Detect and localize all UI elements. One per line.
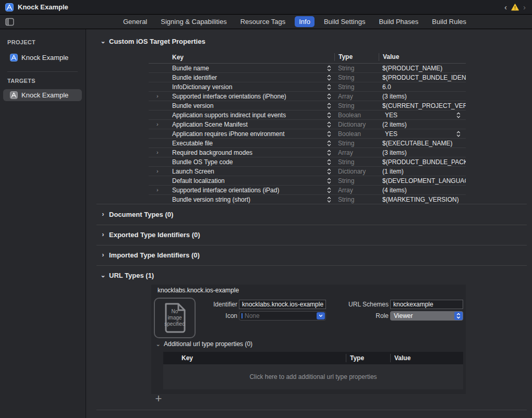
key-stepper-icon[interactable] — [327, 74, 331, 81]
property-type-label: Array — [334, 93, 379, 100]
chevron-down-icon[interactable]: ⌄ — [99, 38, 107, 45]
tab-build-rules[interactable]: Build Rules — [428, 16, 470, 27]
property-row[interactable]: ›Supported interface orientations (iPhon… — [149, 92, 466, 101]
property-value[interactable]: $(MARKETING_VERSION) — [382, 196, 459, 203]
section-exported-type-identifiers[interactable]: › Exported Type Identifiers (0) — [86, 229, 200, 240]
popup-stepper-icon — [454, 312, 463, 320]
property-value[interactable]: (3 items) — [382, 149, 407, 156]
key-stepper-icon[interactable] — [327, 65, 331, 71]
property-value[interactable]: $(PRODUCT_NAME) — [382, 65, 442, 72]
tab-info[interactable]: Info — [295, 16, 315, 27]
key-stepper-icon[interactable] — [327, 158, 331, 165]
key-stepper-icon[interactable] — [327, 102, 331, 109]
key-stepper-icon[interactable] — [327, 130, 331, 137]
key-stepper-icon[interactable] — [327, 168, 331, 175]
property-value[interactable]: (4 items) — [382, 187, 407, 194]
sidebar-item-project-knock-example[interactable]: Knock Example — [3, 52, 82, 64]
role-popup-button[interactable]: Viewer — [390, 311, 463, 321]
property-value[interactable]: YES — [385, 112, 397, 119]
property-value[interactable]: (2 items) — [382, 121, 407, 128]
key-stepper-icon[interactable] — [327, 187, 331, 193]
property-row[interactable]: ›Supported interface orientations (iPad)… — [149, 186, 466, 195]
project-item-label: Knock Example — [21, 54, 68, 62]
back-chevron-icon[interactable]: ‹ — [503, 3, 508, 11]
disclosure-chevron-icon[interactable]: › — [156, 121, 159, 127]
value-popup-stepper-icon[interactable] — [456, 130, 461, 137]
tab-general[interactable]: General — [119, 16, 151, 27]
property-row[interactable]: Bundle versionString$(CURRENT_PROJECT_VE… — [149, 101, 466, 110]
key-stepper-icon[interactable] — [327, 83, 331, 90]
value-popup-stepper-icon[interactable] — [456, 112, 461, 118]
property-key-label: Bundle version string (short) — [172, 196, 250, 203]
identifier-field[interactable]: knocklabs.knock.ios-example — [239, 300, 326, 309]
property-value[interactable]: $(EXECUTABLE_NAME) — [382, 140, 452, 147]
tab-resource-tags[interactable]: Resource Tags — [236, 16, 289, 27]
key-stepper-icon[interactable] — [327, 112, 331, 118]
property-type-label: Dictionary — [334, 121, 379, 128]
property-key-label: Executable file — [172, 140, 213, 147]
section-url-types[interactable]: ⌄ URL Types (1) — [86, 269, 154, 281]
chevron-right-icon[interactable]: › — [99, 231, 107, 238]
property-value[interactable]: $(PRODUCT_BUNDLE_IDENTIFIER) — [382, 74, 466, 81]
forward-chevron-icon[interactable]: › — [522, 3, 527, 11]
chevron-right-icon[interactable]: › — [99, 251, 107, 259]
property-row[interactable]: Bundle nameString$(PRODUCT_NAME) — [149, 64, 466, 73]
property-row[interactable]: Bundle version string (short)String$(MAR… — [149, 195, 466, 204]
key-stepper-icon[interactable] — [327, 121, 331, 128]
url-schemes-field[interactable]: knockexample — [390, 300, 463, 309]
warning-triangle-icon[interactable] — [511, 4, 519, 11]
key-stepper-icon[interactable] — [327, 177, 331, 184]
project-group-header: PROJECT — [7, 39, 35, 45]
property-value[interactable]: 6.0 — [382, 83, 391, 91]
disclosure-chevron-icon[interactable]: › — [156, 187, 159, 193]
column-header-value: Value — [379, 53, 466, 61]
property-row[interactable]: ›Application Scene ManifestDictionary(2 … — [149, 120, 466, 129]
property-type-label: String — [334, 65, 379, 72]
column-header-key: Key — [149, 54, 334, 61]
section-imported-type-identifiers[interactable]: › Imported Type Identifiers (0) — [86, 249, 200, 261]
key-stepper-icon[interactable] — [327, 149, 331, 156]
property-row[interactable]: InfoDictionary versionString6.0 — [149, 82, 466, 92]
sidebar-item-target-knock-example[interactable]: Knock Example — [3, 89, 82, 101]
additional-url-type-properties-disclosure[interactable]: ⌄ Additional url type properties (0) — [154, 340, 252, 348]
property-value[interactable]: $(PRODUCT_BUNDLE_PACKAGE_TYPE) — [382, 158, 466, 166]
chevron-right-icon[interactable]: › — [99, 211, 107, 218]
tab-build-settings[interactable]: Build Settings — [320, 16, 370, 27]
property-row[interactable]: Bundle identifierString$(PRODUCT_BUNDLE_… — [149, 73, 466, 82]
property-value[interactable]: $(DEVELOPMENT_LANGUAGE) — [382, 177, 466, 185]
add-additional-properties-area[interactable]: Click here to add additional url type pr… — [163, 364, 463, 389]
property-row[interactable]: ›Launch ScreenDictionary(1 item) — [149, 167, 466, 176]
property-row[interactable]: Application requires iPhone environmentB… — [149, 129, 466, 139]
combo-dropdown-button[interactable] — [317, 312, 325, 319]
disclosure-chevron-icon[interactable]: › — [156, 149, 159, 155]
key-stepper-icon[interactable] — [327, 140, 331, 146]
section-document-types[interactable]: › Document Types (0) — [86, 208, 173, 220]
section-custom-ios-target-properties[interactable]: ⌄ Custom iOS Target Properties — [86, 35, 205, 47]
property-key-label: Application Scene Manifest — [172, 121, 248, 128]
key-stepper-icon[interactable] — [327, 93, 331, 100]
disclosure-chevron-icon[interactable]: › — [156, 168, 159, 174]
property-type-label: String — [334, 158, 379, 166]
key-stepper-icon[interactable] — [327, 196, 331, 203]
property-value[interactable]: (1 item) — [382, 168, 404, 175]
property-key-label: Required background modes — [172, 149, 252, 156]
icon-combo-box[interactable]: None — [239, 311, 326, 321]
tab-signing-capabilities[interactable]: Signing & Capabilities — [156, 16, 231, 27]
table-header-row: Key Type Value — [163, 352, 463, 364]
disclosure-chevron-icon[interactable]: › — [156, 93, 159, 99]
tab-bar-tabs: GeneralSigning & CapabilitiesResource Ta… — [119, 16, 470, 27]
tab-build-phases[interactable]: Build Phases — [374, 16, 422, 27]
property-value[interactable]: $(CURRENT_PROJECT_VERSION) — [382, 102, 466, 109]
property-row[interactable]: Default localizationString$(DEVELOPMENT_… — [149, 176, 466, 186]
property-row[interactable]: Application supports indirect input even… — [149, 110, 466, 120]
add-url-type-button[interactable]: + — [153, 394, 164, 404]
property-value[interactable]: YES — [385, 130, 397, 138]
sidebar-toggle-icon[interactable] — [5, 18, 14, 26]
property-row[interactable]: ›Required background modesArray(3 items) — [149, 148, 466, 157]
property-row[interactable]: Executable fileString$(EXECUTABLE_NAME) — [149, 139, 466, 148]
property-row[interactable]: Bundle OS Type codeString$(PRODUCT_BUNDL… — [149, 157, 466, 167]
property-value[interactable]: (3 items) — [382, 93, 407, 100]
url-type-item-title: knocklabs.knock.ios-example — [158, 287, 239, 294]
chevron-down-icon[interactable]: ⌄ — [99, 272, 107, 279]
project-app-icon — [5, 3, 14, 11]
